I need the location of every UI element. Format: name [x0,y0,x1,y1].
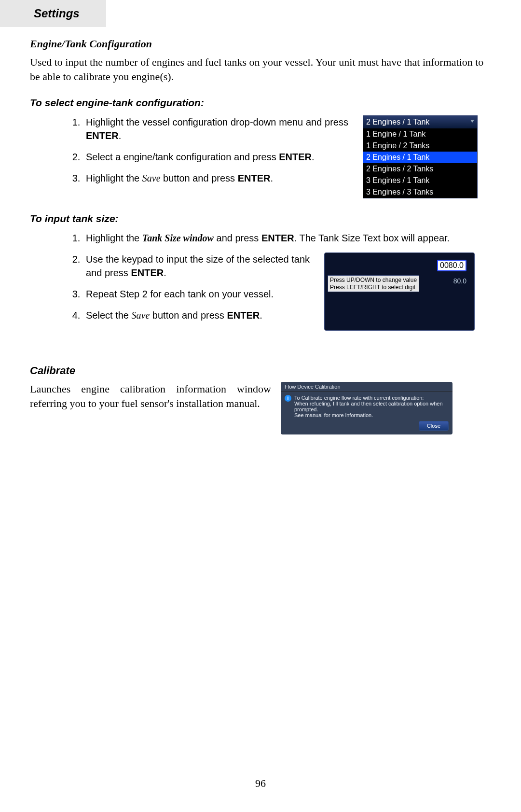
dialog-body: i To Calibrate engine flow rate with cur… [281,392,452,419]
dropdown-option[interactable]: 1 Engine / 2 Tanks [363,140,477,152]
page-content: Engine/Tank Configuration Used to input … [30,38,491,434]
tank-size-steps-cont: Use the keypad to input the size of the … [30,252,315,330]
tank-size-value[interactable]: 0080.0 [437,260,466,271]
calibrate-row: Launches engine calibration information … [30,382,491,434]
dialog-title: Flow Device Calibration [281,382,452,392]
flow-device-calibration-dialog: Flow Device Calibration i To Calibrate e… [281,382,452,434]
step-a1: Highlight the vessel configuration drop-… [83,115,353,142]
close-button[interactable]: Close [419,421,449,431]
step-b3: Repeat Step 2 for each tank on your vess… [83,287,315,301]
calibrate-paragraph: Launches engine calibration information … [30,382,271,410]
heading-input-tank-size: To input tank size: [30,213,491,224]
tank-size-ghost: 80.0 [453,277,466,285]
tank-size-row: Use the keypad to input the size of the … [30,252,491,331]
step-b1: Highlight the Tank Size window and press… [83,231,491,245]
page-number: 96 [0,777,521,790]
dropdown-option[interactable]: 1 Engine / 1 Tank [363,128,477,140]
heading-calibrate: Calibrate [30,364,491,377]
intro-paragraph: Used to input the number of engines and … [30,55,491,84]
dropdown-option[interactable]: 3 Engines / 1 Tank [363,175,477,186]
step-b4: Select the Save button and press ENTER. [83,308,315,322]
vessel-config-dropdown[interactable]: 2 Engines / 1 Tank 1 Engine / 1 Tank 1 E… [363,115,478,198]
info-icon: i [285,395,291,402]
dialog-footer: Close [281,419,452,434]
dropdown-selected[interactable]: 2 Engines / 1 Tank [363,116,477,128]
tab-label: Settings [34,7,80,20]
dropdown-option[interactable]: 3 Engines / 3 Tanks [363,186,477,198]
dropdown-option[interactable]: 2 Engines / 2 Tanks [363,163,477,175]
step-a3: Highlight the Save button and press ENTE… [83,171,353,185]
heading-select-config: To select engine-tank configuration: [30,97,491,109]
tank-size-input[interactable]: 0080.0 Press UP/DOWN to change value Pre… [324,252,475,331]
heading-engine-tank: Engine/Tank Configuration [30,38,491,50]
section-tab: Settings [0,0,106,27]
step-b2: Use the keypad to input the size of the … [83,252,315,280]
step-a2: Select a engine/tank configuration and p… [83,150,353,164]
tank-size-steps: Highlight the Tank Size window and press… [30,231,491,245]
manual-page: Settings Engine/Tank Configuration Used … [0,0,521,812]
select-config-steps: Highlight the vessel configuration drop-… [30,115,353,193]
dropdown-option[interactable]: 2 Engines / 1 Tank [363,152,477,163]
tank-size-tooltip: Press UP/DOWN to change value Press LEFT… [328,275,419,292]
dialog-text: To Calibrate engine flow rate with curre… [294,395,449,418]
dropdown-list: 1 Engine / 1 Tank 1 Engine / 2 Tanks 2 E… [363,128,477,198]
select-config-row: Highlight the vessel configuration drop-… [30,115,491,198]
